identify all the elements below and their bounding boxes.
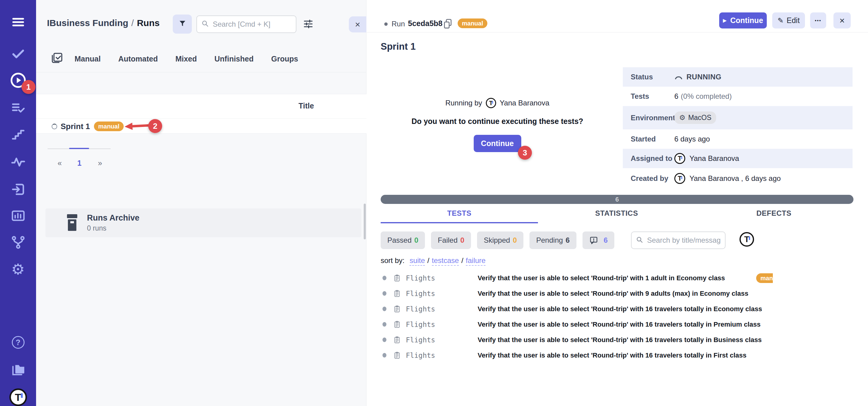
tests-check-icon[interactable]	[11, 46, 26, 61]
suite-name[interactable]: Flights	[406, 274, 435, 282]
tab-tests[interactable]: TESTS	[381, 209, 538, 218]
assignee-avatar: T	[674, 153, 685, 164]
filter-comments[interactable]: 6	[583, 231, 614, 249]
clipboard-icon	[393, 336, 401, 344]
test-title[interactable]: Verify that the user is able to select '…	[478, 290, 748, 298]
checklist-icon[interactable]	[51, 52, 63, 65]
pagination-page-1[interactable]: 1	[77, 159, 82, 167]
test-title[interactable]: Verify that the user is able to select '…	[478, 305, 762, 313]
annotation-step-2: 2	[148, 119, 162, 133]
filter-pending[interactable]: Pending6	[529, 231, 576, 249]
sort-by-failure[interactable]: failure	[466, 256, 486, 266]
edit-button[interactable]: ✎ Edit	[772, 12, 805, 29]
tab-automated[interactable]: Automated	[118, 55, 158, 63]
test-title[interactable]: Verify that the user is able to select '…	[478, 336, 762, 344]
manual-badge: manual	[756, 273, 773, 283]
testomat-logo[interactable]: T	[9, 388, 27, 406]
steps-icon[interactable]	[11, 127, 26, 142]
table-row-sprint-1[interactable]: Sprint 1 manual	[36, 119, 366, 134]
user-avatar[interactable]: T	[740, 232, 754, 247]
sort-by-testcase[interactable]: testcase	[432, 256, 459, 266]
clipboard-icon	[393, 305, 401, 313]
detail-row-started: Started 6 days ago	[623, 129, 852, 149]
annotation-arrow	[122, 120, 151, 132]
test-row[interactable]: Flights Verify that the user is able to …	[381, 270, 773, 286]
tab-defects[interactable]: DEFECTS	[695, 209, 852, 218]
import-login-icon[interactable]	[11, 182, 26, 197]
test-title[interactable]: Verify that the user is able to select '…	[478, 351, 746, 360]
runner-avatar: T	[486, 98, 496, 108]
annotation-step-3: 3	[518, 146, 532, 160]
run-label: Run	[392, 20, 405, 28]
pending-dot	[382, 291, 386, 296]
tab-mixed[interactable]: Mixed	[176, 55, 197, 63]
test-title[interactable]: Verify that the user is able to select '…	[478, 274, 752, 282]
tests-search-input[interactable]	[647, 236, 721, 245]
menu-hamburger-icon[interactable]	[11, 15, 25, 29]
continue-button-header[interactable]: ▶ Continue	[719, 12, 767, 29]
test-row[interactable]: Flights Verify that the user is able to …	[381, 347, 773, 363]
projects-folder-icon[interactable]	[10, 363, 26, 377]
test-row[interactable]: Flights Verify that the user is able to …	[381, 332, 773, 347]
scrollbar-thumb[interactable]	[364, 204, 366, 239]
runs-search[interactable]	[196, 15, 297, 33]
close-icon: ×	[355, 20, 360, 30]
test-row[interactable]: Flights Verify that the user is able to …	[381, 301, 773, 317]
run-id: 5ceda5b8	[408, 19, 442, 28]
test-title[interactable]: Verify that the user is able to select '…	[478, 320, 761, 329]
suite-name[interactable]: Flights	[406, 320, 435, 329]
breadcrumb: IBusiness Funding/Runs	[47, 18, 160, 28]
close-run-button[interactable]: ×	[833, 12, 851, 29]
tests-search[interactable]	[631, 231, 725, 249]
test-plans-icon[interactable]	[11, 101, 26, 115]
more-options-button[interactable]: •••	[810, 12, 826, 29]
clipboard-icon	[393, 351, 401, 360]
tab-groups[interactable]: Groups	[271, 55, 298, 63]
divider	[36, 72, 366, 72]
runs-search-input[interactable]	[213, 20, 291, 29]
filter-skipped[interactable]: Skipped0	[477, 231, 523, 249]
suite-name[interactable]: Flights	[406, 305, 435, 313]
filter-passed[interactable]: Passed0	[381, 231, 425, 249]
tab-statistics[interactable]: STATISTICS	[538, 209, 695, 218]
continue-button-main[interactable]: Continue	[474, 135, 521, 152]
copy-icon[interactable]	[442, 18, 453, 31]
suite-name[interactable]: Flights	[406, 351, 435, 360]
filter-button[interactable]	[173, 14, 192, 34]
run-details-table: Status RUNNING Tests 6(0% completed) Env…	[623, 67, 852, 189]
archive-title: Runs Archive	[87, 213, 140, 223]
detail-row-environment: Environment ⚙ MacOS	[623, 106, 852, 129]
pending-dot	[382, 322, 386, 326]
run-title[interactable]: Sprint 1	[61, 122, 90, 131]
search-icon	[201, 20, 209, 29]
detail-row-tests: Tests 6(0% completed)	[623, 87, 852, 106]
test-row[interactable]: Flights Verify that the user is able to …	[381, 286, 773, 301]
sort-by-suite[interactable]: suite	[409, 256, 425, 266]
environment-pill[interactable]: ⚙ MacOS	[674, 112, 716, 124]
filter-failed[interactable]: Failed0	[431, 231, 471, 249]
runs-archive-card[interactable]: Runs Archive 0 runs	[45, 209, 361, 237]
adjustments-sliders-icon[interactable]	[302, 18, 314, 30]
help-icon[interactable]: ?	[12, 336, 25, 349]
reports-bar-chart-icon[interactable]	[11, 209, 26, 223]
branches-icon[interactable]	[11, 235, 26, 250]
continue-question: Do you want to continue executing these …	[381, 117, 614, 126]
sort-controls: sort by: suite/testcase/failure	[381, 256, 486, 265]
settings-gear-icon[interactable]: ⚙	[11, 262, 25, 277]
pagination-next[interactable]: »	[98, 159, 102, 167]
tab-unfinished[interactable]: Unfinished	[215, 55, 254, 63]
breadcrumb-project[interactable]: IBusiness Funding	[47, 18, 128, 28]
panel-close-button[interactable]: ×	[349, 17, 366, 32]
status-dot	[384, 23, 388, 26]
pulse-activity-icon[interactable]	[11, 155, 26, 169]
clipboard-icon	[393, 290, 401, 298]
suite-name[interactable]: Flights	[406, 290, 435, 298]
status-filter-chips: Passed0 Failed0 Skipped0 Pending6 6	[381, 231, 614, 249]
archive-icon	[66, 214, 78, 233]
pagination-prev[interactable]: «	[58, 159, 62, 167]
runs-table: Title Sprint 1 manual	[36, 94, 366, 134]
suite-name[interactable]: Flights	[406, 336, 435, 344]
run-type-tabs: Manual Automated Mixed Unfinished Groups	[51, 52, 316, 65]
tab-manual[interactable]: Manual	[74, 55, 101, 63]
test-row[interactable]: Flights Verify that the user is able to …	[381, 317, 773, 332]
